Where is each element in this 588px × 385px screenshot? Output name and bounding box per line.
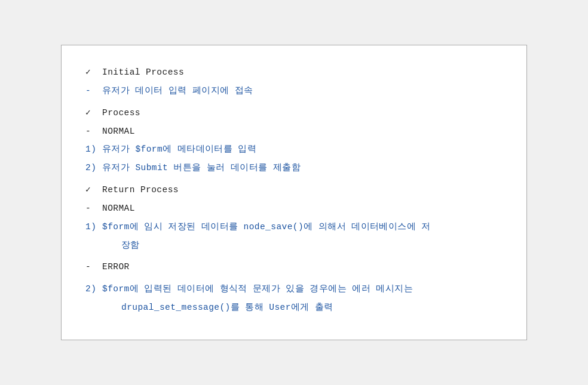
return-step1-cont-text: 장함 [121,238,140,254]
initial-process-check-prefix: ✓ [85,64,102,81]
return-error-text: ERROR [102,259,130,275]
process-check: ✓Process [85,105,503,121]
return-step1-main: 1)$form에 임시 저장된 데이터를 node_save()에 의해서 데이… [85,219,503,235]
process-step2-text: 유저가 Submit 버튼을 눌러 데이터를 제출함 [102,160,301,176]
content-card: ✓Initial Process-유저가 데이터 입력 페이지에 접속✓Proc… [61,45,527,340]
return-normal-prefix: - [85,201,102,217]
process-step1-text: 유저가 $form에 메타데이터를 입력 [102,141,256,158]
process-check-prefix: ✓ [85,105,102,121]
process-step2-prefix: 2) [85,160,102,176]
return-step2-main-text: $form에 입력된 데이터에 형식적 문제가 있을 경우에는 에러 메시지는 [102,281,413,297]
process-check-text: Process [102,105,140,121]
line-user-connect-prefix: - [85,83,102,99]
initial-process-check: ✓Initial Process [85,64,503,81]
process-normal-text: NORMAL [102,124,135,140]
return-error: -ERROR [85,259,503,275]
return-step1-main-prefix: 1) [85,219,102,235]
process-normal-prefix: - [85,124,102,140]
return-step1-cont: 장함 [105,238,503,254]
return-normal-text: NORMAL [102,201,135,217]
return-step2-cont-text: drupal_set_message()를 통해 User에게 출력 [121,300,333,316]
line-user-connect: -유저가 데이터 입력 페이지에 접속 [85,83,503,99]
process-step2: 2)유저가 Submit 버튼을 눌러 데이터를 제출함 [85,160,503,176]
process-step1-prefix: 1) [85,141,102,158]
return-step2-main: 2)$form에 입력된 데이터에 형식적 문제가 있을 경우에는 에러 메시지… [85,281,503,297]
line-user-connect-text: 유저가 데이터 입력 페이지에 접속 [102,83,253,99]
return-process-check-text: Return Process [102,182,179,198]
return-process-check: ✓Return Process [85,182,503,198]
return-error-prefix: - [85,259,102,275]
return-step2-cont: drupal_set_message()를 통해 User에게 출력 [105,300,503,316]
return-normal: -NORMAL [85,201,503,217]
return-step1-main-text: $form에 임시 저장된 데이터를 node_save()에 의해서 데이터베… [102,219,431,235]
return-step2-main-prefix: 2) [85,281,102,297]
initial-process-check-text: Initial Process [102,64,184,81]
return-process-check-prefix: ✓ [85,182,102,198]
process-step1: 1)유저가 $form에 메타데이터를 입력 [85,141,503,158]
process-normal: -NORMAL [85,124,503,140]
